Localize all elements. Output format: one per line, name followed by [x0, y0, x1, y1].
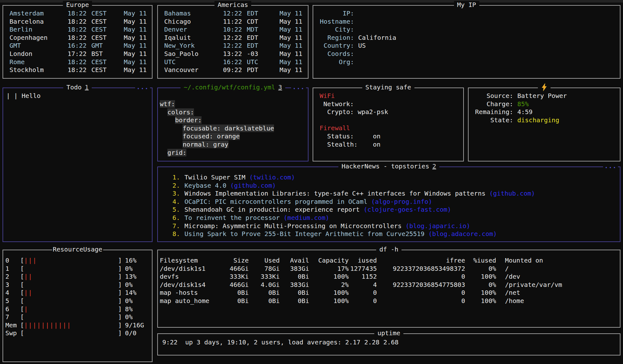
- security-detail-line: Crypto: wpa2-psk: [320, 108, 463, 116]
- usage-value: 8%: [125, 305, 133, 313]
- clock-row: Stockholm18:22CESTMay 11: [9, 66, 152, 74]
- code-text: wtf:: [160, 100, 175, 108]
- resource-label: 1: [5, 265, 20, 273]
- bracket-open: [: [20, 321, 24, 329]
- panel-hackernews[interactable]: HackerNews - topstories2 ... 1.Twilio Su…: [157, 167, 620, 242]
- code-text: colors:: [167, 108, 194, 116]
- clock-date: May 11: [124, 66, 152, 74]
- clock-date: May 11: [124, 18, 152, 26]
- clock-date: May 11: [279, 66, 308, 74]
- resource-usage-rows: 0[|||]16%1[]0%2[||]13%3[]0%4[||]14%5[]0%…: [3, 250, 152, 337]
- table-cell: 1277435: [349, 265, 377, 273]
- battery-label: Source:: [471, 92, 513, 100]
- story-domain: (github.com): [230, 182, 276, 189]
- table-cell: 100%: [309, 289, 349, 297]
- battery-label: State:: [471, 116, 513, 124]
- story-rank: 6.: [164, 214, 180, 222]
- usage-bar: ||: [24, 289, 118, 297]
- clock-city-label: Rome: [9, 58, 60, 66]
- clock-row: Denver10:22MDTMay 11: [164, 26, 308, 34]
- todo-title-text: Todo: [66, 83, 82, 91]
- table-cell: 0: [377, 273, 465, 281]
- hackernews-story[interactable]: 8.Using Spark to Prove 255-Bit Integer A…: [164, 230, 620, 238]
- clock-city-label: Barcelona: [9, 18, 60, 26]
- panel-title-americas: Americas: [215, 1, 251, 9]
- security-detail-line: Network:: [320, 100, 463, 108]
- clock-time-value: 09:22: [215, 66, 242, 74]
- clock-city-label: Sao_Paolo: [164, 50, 215, 58]
- panel-title-europe: Europe: [63, 1, 92, 9]
- hackernews-story[interactable]: 4.OCaPIC: PIC microcontrollers programme…: [164, 198, 620, 206]
- hackernews-story[interactable]: 1.Twilio Super SIM (twilio.com): [164, 173, 620, 182]
- resource-label: 6: [5, 305, 20, 313]
- clock-time-value: 10:22: [215, 26, 242, 34]
- clock-time-value: 18:22: [60, 34, 87, 42]
- bracket-open: [: [20, 305, 24, 313]
- clock-date: May 11: [124, 42, 152, 50]
- story-title: Using Spark to Prove 255-Bit Integer Ari…: [184, 230, 425, 238]
- resource-usage-row: 3[]0%: [5, 281, 152, 289]
- hackernews-story[interactable]: 3.Windows Implementation Libraries: type…: [164, 190, 620, 198]
- panel-config-file[interactable]: ~/.config/wtf/config.yml3 ... wtf: color…: [157, 88, 308, 161]
- security-sections: WiFi Network: Crypto: wpa2-psk Firewall …: [313, 88, 463, 149]
- resource-usage-row: 4[||]14%: [5, 289, 152, 297]
- table-cell: 466Gi: [224, 281, 249, 289]
- story-rank: 4.: [164, 198, 180, 206]
- ip-info-value: California: [358, 34, 396, 42]
- usage-value: 0%: [125, 313, 133, 321]
- table-cell: 0Bi: [280, 273, 309, 281]
- table-cell: 0%: [465, 281, 496, 289]
- bracket-open: [: [20, 313, 24, 321]
- code-text: normal: gray: [183, 141, 228, 148]
- clock-time-value: 12:22: [215, 9, 242, 18]
- clock-time-value: 17:22: [60, 50, 87, 58]
- table-cell: 0: [377, 297, 465, 305]
- ellipsis-indicator: ...: [291, 83, 306, 91]
- panel-title-my-ip: My IP: [454, 1, 479, 9]
- story-rank: 8.: [164, 230, 180, 238]
- table-cell: map -hosts: [158, 289, 224, 297]
- story-rank: 1.: [164, 173, 180, 182]
- table-cell: /home: [496, 297, 620, 305]
- table-cell: 100%: [309, 273, 349, 281]
- table-header-cell: Size: [224, 257, 249, 265]
- clock-row: Chicago11:22CDTMay 11: [164, 18, 308, 26]
- code-line: wtf:: [160, 100, 308, 108]
- hackernews-story[interactable]: 7.Microamp: Asymmetric Multi-Processing …: [164, 222, 620, 230]
- battery-value: Battery Power: [517, 92, 567, 100]
- panel-todo[interactable]: Todo1 ... | | Hello: [3, 88, 153, 242]
- clock-city-label: GMT: [9, 42, 60, 50]
- table-header-cell: Filesystem: [158, 257, 224, 265]
- panel-title-df: df -h: [376, 246, 402, 254]
- resource-usage-row: Mem[|||||||||||]9/16G: [5, 321, 152, 330]
- clock-timezone: EDT: [247, 34, 280, 42]
- clock-time-value: 16:22: [215, 58, 242, 66]
- usage-value: 0%: [125, 265, 133, 272]
- code-text: border:: [175, 116, 202, 124]
- clock-timezone: CEST: [91, 66, 124, 74]
- table-header-cell: ifree: [377, 257, 465, 265]
- clock-city-label: Berlin: [9, 26, 60, 34]
- resource-label: Swp: [5, 329, 20, 337]
- clock-date: May 11: [279, 26, 308, 34]
- bracket-open: [: [20, 329, 24, 337]
- bracket-close: ]: [118, 305, 122, 313]
- ip-info-row: Org:: [316, 58, 620, 66]
- ip-info-row: Hostname:: [316, 18, 620, 26]
- table-cell: devfs: [158, 273, 224, 281]
- table-cell: 0Bi: [280, 289, 309, 297]
- ip-info-label: Hostname:: [316, 18, 354, 26]
- table-cell: 0Bi: [224, 297, 249, 305]
- hackernews-story[interactable]: 2.Keybase 4.0 (github.com): [164, 182, 620, 190]
- table-cell: 0Bi: [224, 289, 249, 297]
- story-rank: 3.: [164, 190, 180, 198]
- table-cell: 333Ki: [249, 273, 280, 281]
- hackernews-story[interactable]: 6.To reinvent the processor (medium.com): [164, 214, 620, 222]
- clock-city-label: Amsterdam: [9, 9, 60, 18]
- security-detail-line: Status: on: [320, 132, 463, 141]
- clock-row: London17:22BSTMay 11: [9, 50, 152, 58]
- story-rank: 2.: [164, 182, 180, 190]
- hackernews-story[interactable]: 5.Shenandoah GC in production: experienc…: [164, 206, 620, 214]
- ip-info-row: IP:: [316, 9, 620, 18]
- table-cell: 466Gi: [224, 265, 249, 273]
